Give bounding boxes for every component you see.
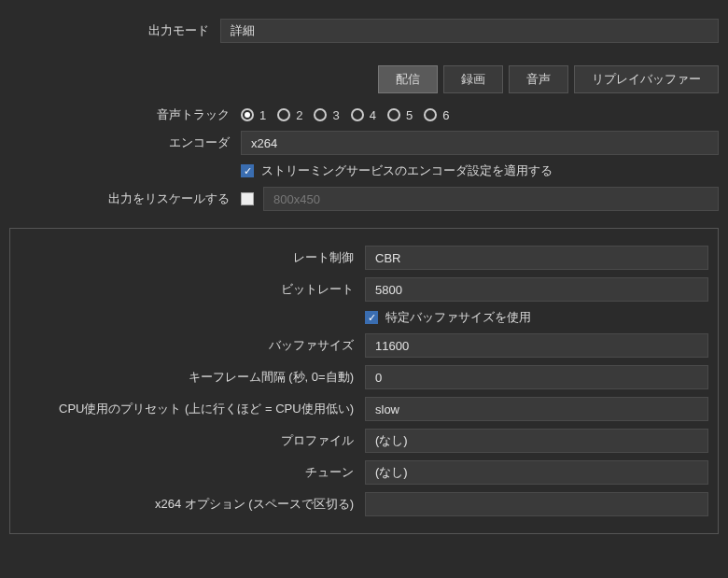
- buffer-size-input[interactable]: 11600: [365, 333, 708, 358]
- bitrate-label: ビットレート: [10, 281, 365, 298]
- tab-stream[interactable]: 配信: [378, 65, 438, 93]
- tabs: 配信 録画 音声 リプレイバッファー: [0, 65, 719, 93]
- output-mode-select[interactable]: 詳細: [220, 19, 719, 43]
- x264-options-input[interactable]: [365, 492, 708, 516]
- tab-record[interactable]: 録画: [443, 65, 503, 93]
- radio-icon: [387, 108, 400, 121]
- rate-control-label: レート制御: [10, 249, 365, 266]
- keyframe-label: キーフレーム間隔 (秒, 0=自動): [10, 369, 365, 386]
- x264-options-label: x264 オプション (スペースで区切る): [10, 496, 365, 513]
- audio-track-3[interactable]: 3: [314, 108, 339, 122]
- use-buffer-checkbox[interactable]: ✓: [365, 311, 378, 324]
- audio-track-5[interactable]: 5: [387, 108, 413, 122]
- radio-icon: [277, 108, 290, 121]
- radio-icon: [314, 108, 327, 121]
- audio-track-4[interactable]: 4: [351, 108, 376, 122]
- tune-label: チューン: [10, 464, 365, 481]
- rescale-checkbox[interactable]: [241, 192, 254, 205]
- encoder-select[interactable]: x264: [241, 131, 719, 155]
- apply-service-settings-label: ストリーミングサービスのエンコーダ設定を適用する: [261, 162, 553, 179]
- audio-track-group: 1 2 3 4 5 6: [241, 108, 449, 122]
- apply-service-settings-checkbox[interactable]: ✓: [241, 164, 254, 177]
- encoder-settings-panel: レート制御 CBR ビットレート 5800 ✓ 特定バッファサイズを使用 バッフ…: [9, 228, 719, 534]
- cpu-preset-select[interactable]: slow: [365, 397, 708, 421]
- profile-label: プロファイル: [10, 432, 365, 449]
- encoder-label: エンコーダ: [0, 134, 241, 151]
- audio-track-label: 音声トラック: [0, 106, 241, 123]
- radio-icon: [351, 108, 364, 121]
- audio-track-2[interactable]: 2: [277, 108, 302, 122]
- output-mode-label: 出力モード: [0, 22, 220, 39]
- use-buffer-label: 特定バッファサイズを使用: [385, 309, 531, 326]
- buffer-size-label: バッファサイズ: [10, 337, 365, 354]
- radio-icon: [424, 108, 437, 121]
- bitrate-input[interactable]: 5800: [365, 277, 708, 302]
- audio-track-1[interactable]: 1: [241, 108, 266, 122]
- rescale-input: 800x450: [263, 187, 719, 211]
- rescale-label: 出力をリスケールする: [0, 190, 241, 207]
- radio-icon: [241, 108, 254, 121]
- audio-track-6[interactable]: 6: [424, 108, 449, 122]
- rate-control-select[interactable]: CBR: [365, 246, 708, 270]
- tab-replay[interactable]: リプレイバッファー: [574, 65, 719, 93]
- keyframe-input[interactable]: 0: [365, 365, 708, 389]
- profile-select[interactable]: (なし): [365, 429, 708, 453]
- cpu-preset-label: CPU使用のプリセット (上に行くほど = CPU使用低い): [10, 401, 365, 417]
- tab-audio[interactable]: 音声: [509, 65, 568, 93]
- tune-select[interactable]: (なし): [365, 460, 708, 485]
